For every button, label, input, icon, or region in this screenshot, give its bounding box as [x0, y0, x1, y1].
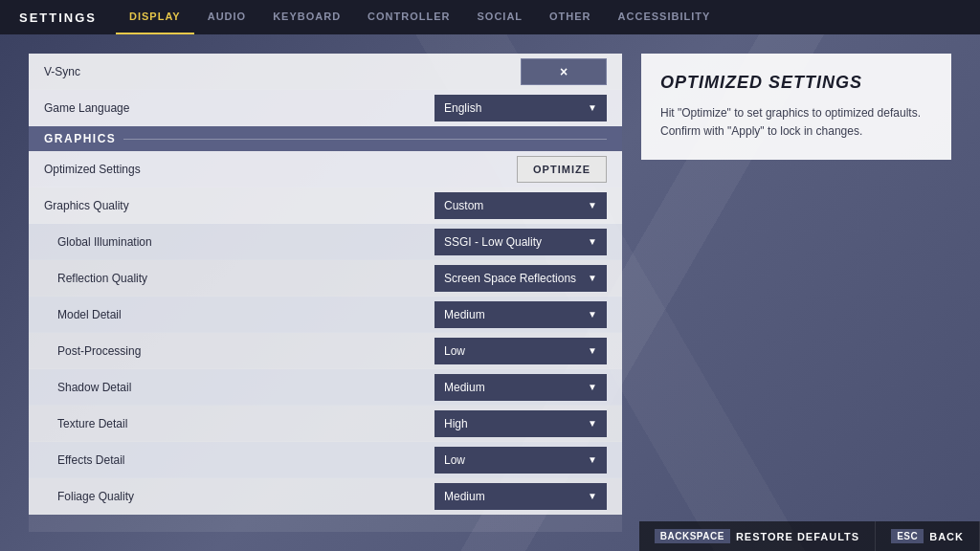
graphics-quality-control: Custom ▼: [434, 192, 607, 219]
chevron-down-icon: ▼: [588, 491, 597, 501]
shadow-detail-label: Shadow Detail: [57, 381, 131, 394]
optimized-settings-row: Optimized Settings OPTIMIZE: [29, 151, 622, 187]
post-processing-label: Post-Processing: [57, 344, 141, 358]
model-detail-label: Model Detail: [57, 308, 122, 321]
model-detail-value: Medium: [444, 308, 485, 321]
chevron-down-icon: ▼: [588, 382, 597, 392]
texture-detail-label: Texture Detail: [57, 417, 127, 430]
reflection-quality-dropdown[interactable]: Screen Space Reflections ▼: [434, 265, 607, 292]
reflection-quality-control: Screen Space Reflections ▼: [434, 265, 607, 292]
chevron-down-icon: ▼: [588, 309, 597, 320]
texture-detail-control: High ▼: [434, 410, 607, 437]
back-button[interactable]: ESC BACK: [876, 521, 980, 551]
reflection-quality-value: Screen Space Reflections: [444, 272, 576, 285]
foliage-quality-value: Medium: [444, 490, 485, 503]
foliage-quality-dropdown[interactable]: Medium ▼: [434, 483, 607, 510]
chevron-down-icon: ▼: [588, 200, 597, 210]
vsync-label: V-Sync: [44, 65, 80, 78]
graphics-section-header: GRAPHICS: [29, 126, 622, 151]
model-detail-dropdown[interactable]: Medium ▼: [434, 301, 607, 328]
effects-detail-label: Effects Detail: [57, 453, 124, 467]
post-processing-value: Low: [444, 344, 465, 358]
global-illumination-dropdown[interactable]: SSGI - Low Quality ▼: [434, 229, 607, 255]
post-processing-dropdown[interactable]: Low ▼: [434, 338, 607, 364]
tab-accessibility[interactable]: ACCESSIBILITY: [605, 0, 724, 34]
graphics-quality-dropdown[interactable]: Custom ▼: [434, 192, 607, 219]
chevron-down-icon: ▼: [588, 273, 597, 283]
effects-detail-row: Effects Detail Low ▼: [29, 442, 622, 478]
game-language-value: English: [444, 101, 481, 115]
graphics-quality-label: Graphics Quality: [44, 199, 129, 212]
tab-audio[interactable]: AUDIO: [194, 0, 259, 34]
vsync-control: ×: [521, 58, 607, 85]
game-language-label: Game Language: [44, 101, 129, 115]
chevron-down-icon: ▼: [588, 418, 597, 429]
section-divider: [123, 139, 607, 140]
tab-other[interactable]: OTHER: [536, 0, 605, 34]
app-title: SETTINGS: [19, 11, 97, 25]
main-content: V-Sync × Game Language English ▼ GRAPHIC…: [0, 34, 980, 551]
nav-tabs: DISPLAY AUDIO KEYBOARD CONTROLLER SOCIAL…: [116, 0, 724, 34]
post-processing-row: Post-Processing Low ▼: [29, 333, 622, 369]
info-title: OPTIMIZED SETTINGS: [660, 73, 932, 93]
optimize-button[interactable]: OPTIMIZE: [517, 156, 607, 183]
foliage-quality-label: Foliage Quality: [57, 490, 134, 503]
texture-detail-row: Texture Detail High ▼: [29, 406, 622, 442]
texture-detail-dropdown[interactable]: High ▼: [434, 410, 607, 437]
game-language-control: English ▼: [434, 95, 607, 121]
graphics-quality-value: Custom: [444, 199, 483, 212]
texture-detail-value: High: [444, 417, 468, 430]
info-description: Hit "Optimize" to set graphics to optimi…: [660, 104, 932, 141]
shadow-detail-control: Medium ▼: [434, 374, 607, 401]
restore-defaults-label: RESTORE DEFAULTS: [736, 531, 859, 542]
optimized-settings-label: Optimized Settings: [44, 163, 141, 176]
graphics-section-title: GRAPHICS: [44, 132, 116, 145]
game-language-dropdown[interactable]: English ▼: [434, 95, 607, 121]
info-panel: OPTIMIZED SETTINGS Hit "Optimize" to set…: [641, 54, 951, 160]
esc-key-label: ESC: [891, 529, 924, 543]
shadow-detail-dropdown[interactable]: Medium ▼: [434, 374, 607, 401]
tab-keyboard[interactable]: KEYBOARD: [259, 0, 354, 34]
foliage-quality-control: Medium ▼: [434, 483, 607, 510]
effects-detail-value: Low: [444, 453, 465, 467]
tab-display[interactable]: DISPLAY: [116, 0, 194, 34]
restore-defaults-button[interactable]: BACKSPACE RESTORE DEFAULTS: [639, 521, 876, 551]
model-detail-control: Medium ▼: [434, 301, 607, 328]
vsync-row: V-Sync ×: [29, 54, 622, 90]
foliage-quality-row: Foliage Quality Medium ▼: [29, 478, 622, 515]
effects-detail-control: Low ▼: [434, 447, 607, 474]
tab-social[interactable]: SOCIAL: [463, 0, 536, 34]
back-label: BACK: [929, 531, 964, 542]
backspace-key-label: BACKSPACE: [655, 529, 730, 543]
global-illumination-label: Global Illumination: [57, 235, 152, 249]
tab-controller[interactable]: CONTROLLER: [354, 0, 463, 34]
reflection-quality-row: Reflection Quality Screen Space Reflecti…: [29, 260, 622, 297]
settings-panel: V-Sync × Game Language English ▼ GRAPHIC…: [29, 54, 622, 532]
topbar: SETTINGS DISPLAY AUDIO KEYBOARD CONTROLL…: [0, 0, 980, 34]
global-illumination-value: SSGI - Low Quality: [444, 235, 542, 249]
optimized-settings-control: OPTIMIZE: [517, 156, 607, 183]
bottom-bar: BACKSPACE RESTORE DEFAULTS ESC BACK: [639, 521, 980, 551]
chevron-down-icon: ▼: [588, 236, 597, 247]
chevron-down-icon: ▼: [588, 454, 597, 465]
effects-detail-dropdown[interactable]: Low ▼: [434, 447, 607, 474]
vsync-value: ×: [560, 64, 568, 79]
shadow-detail-row: Shadow Detail Medium ▼: [29, 369, 622, 406]
graphics-quality-row: Graphics Quality Custom ▼: [29, 187, 622, 224]
reflection-quality-label: Reflection Quality: [57, 272, 147, 285]
model-detail-row: Model Detail Medium ▼: [29, 297, 622, 333]
game-language-row: Game Language English ▼: [29, 90, 622, 126]
post-processing-control: Low ▼: [434, 338, 607, 364]
global-illumination-row: Global Illumination SSGI - Low Quality ▼: [29, 224, 622, 260]
chevron-down-icon: ▼: [588, 345, 597, 356]
shadow-detail-value: Medium: [444, 381, 485, 394]
global-illumination-control: SSGI - Low Quality ▼: [434, 229, 607, 255]
vsync-toggle[interactable]: ×: [521, 58, 607, 85]
chevron-down-icon: ▼: [588, 102, 597, 113]
